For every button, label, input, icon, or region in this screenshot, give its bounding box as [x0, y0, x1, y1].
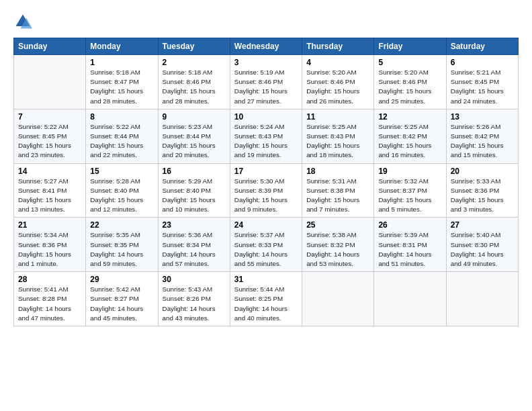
date-number: 28: [18, 275, 81, 284]
day-cell: 15Sunrise: 5:28 AMSunset: 8:40 PMDayligh…: [86, 163, 158, 218]
day-info: Sunrise: 5:30 AMSunset: 8:39 PMDaylight:…: [234, 177, 298, 215]
date-number: 30: [163, 275, 226, 284]
logo-icon: [13, 12, 32, 31]
page: SundayMondayTuesdayWednesdayThursdayFrid…: [0, 0, 532, 333]
date-number: 17: [234, 167, 298, 176]
header-cell-friday: Friday: [374, 38, 446, 55]
date-number: 27: [451, 220, 514, 230]
date-number: 12: [378, 112, 441, 122]
day-info: Sunrise: 5:21 AMSunset: 8:45 PMDaylight:…: [451, 68, 514, 106]
date-number: 23: [163, 220, 226, 230]
date-number: 16: [163, 167, 226, 176]
date-number: 18: [306, 167, 369, 176]
day-cell: 9Sunrise: 5:23 AMSunset: 8:44 PMDaylight…: [158, 109, 230, 163]
day-cell: [374, 272, 446, 326]
day-cell: 8Sunrise: 5:22 AMSunset: 8:44 PMDaylight…: [86, 109, 158, 163]
day-cell: 30Sunrise: 5:43 AMSunset: 8:26 PMDayligh…: [158, 272, 230, 326]
day-cell: 28Sunrise: 5:41 AMSunset: 8:28 PMDayligh…: [14, 272, 86, 326]
header-cell-wednesday: Wednesday: [230, 38, 302, 55]
week-row-4: 21Sunrise: 5:34 AMSunset: 8:36 PMDayligh…: [14, 218, 519, 272]
day-info: Sunrise: 5:41 AMSunset: 8:28 PMDaylight:…: [18, 285, 81, 323]
date-number: 11: [306, 112, 369, 122]
day-cell: 5Sunrise: 5:20 AMSunset: 8:46 PMDaylight…: [374, 55, 446, 109]
day-info: Sunrise: 5:26 AMSunset: 8:42 PMDaylight:…: [451, 122, 514, 161]
day-info: Sunrise: 5:22 AMSunset: 8:44 PMDaylight:…: [90, 122, 153, 161]
day-info: Sunrise: 5:25 AMSunset: 8:43 PMDaylight:…: [306, 122, 369, 161]
week-row-3: 14Sunrise: 5:27 AMSunset: 8:41 PMDayligh…: [14, 163, 519, 218]
day-info: Sunrise: 5:35 AMSunset: 8:35 PMDaylight:…: [90, 230, 153, 269]
day-info: Sunrise: 5:25 AMSunset: 8:42 PMDaylight:…: [378, 122, 441, 161]
day-cell: 6Sunrise: 5:21 AMSunset: 8:45 PMDaylight…: [446, 55, 518, 109]
day-info: Sunrise: 5:36 AMSunset: 8:34 PMDaylight:…: [163, 230, 226, 269]
header-cell-sunday: Sunday: [14, 38, 86, 55]
day-cell: 11Sunrise: 5:25 AMSunset: 8:43 PMDayligh…: [302, 109, 374, 163]
day-cell: 21Sunrise: 5:34 AMSunset: 8:36 PMDayligh…: [14, 218, 86, 272]
day-cell: 26Sunrise: 5:39 AMSunset: 8:31 PMDayligh…: [374, 218, 446, 272]
date-number: 20: [451, 167, 514, 176]
date-number: 1: [90, 58, 153, 67]
logo: [13, 12, 35, 31]
day-cell: 2Sunrise: 5:18 AMSunset: 8:46 PMDaylight…: [158, 55, 230, 109]
date-number: 29: [90, 275, 153, 284]
day-cell: 25Sunrise: 5:38 AMSunset: 8:32 PMDayligh…: [302, 218, 374, 272]
header-cell-thursday: Thursday: [302, 38, 374, 55]
day-info: Sunrise: 5:31 AMSunset: 8:38 PMDaylight:…: [306, 177, 369, 215]
day-cell: 23Sunrise: 5:36 AMSunset: 8:34 PMDayligh…: [158, 218, 230, 272]
day-cell: 18Sunrise: 5:31 AMSunset: 8:38 PMDayligh…: [302, 163, 374, 218]
day-cell: 20Sunrise: 5:33 AMSunset: 8:36 PMDayligh…: [446, 163, 518, 218]
day-info: Sunrise: 5:18 AMSunset: 8:46 PMDaylight:…: [163, 68, 226, 106]
date-number: 8: [90, 112, 153, 122]
date-number: 13: [451, 112, 514, 122]
day-info: Sunrise: 5:43 AMSunset: 8:26 PMDaylight:…: [163, 285, 226, 323]
date-number: 3: [234, 58, 298, 67]
day-info: Sunrise: 5:19 AMSunset: 8:46 PMDaylight:…: [234, 68, 298, 106]
date-number: 5: [378, 58, 441, 67]
day-info: Sunrise: 5:33 AMSunset: 8:36 PMDaylight:…: [451, 177, 514, 215]
day-cell: 19Sunrise: 5:32 AMSunset: 8:37 PMDayligh…: [374, 163, 446, 218]
date-number: 6: [451, 58, 514, 67]
day-cell: 7Sunrise: 5:22 AMSunset: 8:45 PMDaylight…: [14, 109, 86, 163]
day-cell: 17Sunrise: 5:30 AMSunset: 8:39 PMDayligh…: [230, 163, 302, 218]
day-info: Sunrise: 5:28 AMSunset: 8:40 PMDaylight:…: [90, 177, 153, 215]
header-cell-tuesday: Tuesday: [158, 38, 230, 55]
day-cell: 3Sunrise: 5:19 AMSunset: 8:46 PMDaylight…: [230, 55, 302, 109]
day-cell: [446, 272, 518, 326]
day-info: Sunrise: 5:29 AMSunset: 8:40 PMDaylight:…: [163, 177, 226, 215]
day-cell: 12Sunrise: 5:25 AMSunset: 8:42 PMDayligh…: [374, 109, 446, 163]
day-cell: 31Sunrise: 5:44 AMSunset: 8:25 PMDayligh…: [230, 272, 302, 326]
date-number: 24: [234, 220, 298, 230]
week-row-1: 1Sunrise: 5:18 AMSunset: 8:47 PMDaylight…: [14, 55, 519, 109]
day-info: Sunrise: 5:24 AMSunset: 8:43 PMDaylight:…: [234, 122, 298, 161]
day-cell: 1Sunrise: 5:18 AMSunset: 8:47 PMDaylight…: [86, 55, 158, 109]
week-row-5: 28Sunrise: 5:41 AMSunset: 8:28 PMDayligh…: [14, 272, 519, 326]
date-number: 15: [90, 167, 153, 176]
day-cell: 29Sunrise: 5:42 AMSunset: 8:27 PMDayligh…: [86, 272, 158, 326]
date-number: 2: [163, 58, 226, 67]
header-cell-saturday: Saturday: [446, 38, 518, 55]
date-number: 25: [306, 220, 369, 230]
day-cell: [302, 272, 374, 326]
day-cell: 10Sunrise: 5:24 AMSunset: 8:43 PMDayligh…: [230, 109, 302, 163]
day-info: Sunrise: 5:39 AMSunset: 8:31 PMDaylight:…: [378, 230, 441, 269]
day-info: Sunrise: 5:42 AMSunset: 8:27 PMDaylight:…: [90, 285, 153, 323]
day-info: Sunrise: 5:44 AMSunset: 8:25 PMDaylight:…: [234, 285, 298, 323]
day-cell: 13Sunrise: 5:26 AMSunset: 8:42 PMDayligh…: [446, 109, 518, 163]
day-info: Sunrise: 5:38 AMSunset: 8:32 PMDaylight:…: [306, 230, 369, 269]
header-cell-monday: Monday: [86, 38, 158, 55]
week-row-2: 7Sunrise: 5:22 AMSunset: 8:45 PMDaylight…: [14, 109, 519, 163]
day-info: Sunrise: 5:23 AMSunset: 8:44 PMDaylight:…: [163, 122, 226, 161]
header-row: SundayMondayTuesdayWednesdayThursdayFrid…: [14, 38, 519, 55]
date-number: 14: [18, 167, 81, 176]
day-info: Sunrise: 5:37 AMSunset: 8:33 PMDaylight:…: [234, 230, 298, 269]
calendar-table: SundayMondayTuesdayWednesdayThursdayFrid…: [13, 38, 519, 326]
day-cell: 4Sunrise: 5:20 AMSunset: 8:46 PMDaylight…: [302, 55, 374, 109]
day-cell: 16Sunrise: 5:29 AMSunset: 8:40 PMDayligh…: [158, 163, 230, 218]
day-info: Sunrise: 5:18 AMSunset: 8:47 PMDaylight:…: [90, 68, 153, 106]
date-number: 7: [18, 112, 81, 122]
day-cell: [14, 55, 86, 109]
day-cell: 27Sunrise: 5:40 AMSunset: 8:30 PMDayligh…: [446, 218, 518, 272]
day-info: Sunrise: 5:20 AMSunset: 8:46 PMDaylight:…: [378, 68, 441, 106]
day-info: Sunrise: 5:32 AMSunset: 8:37 PMDaylight:…: [378, 177, 441, 215]
header: [13, 12, 519, 31]
day-cell: 22Sunrise: 5:35 AMSunset: 8:35 PMDayligh…: [86, 218, 158, 272]
